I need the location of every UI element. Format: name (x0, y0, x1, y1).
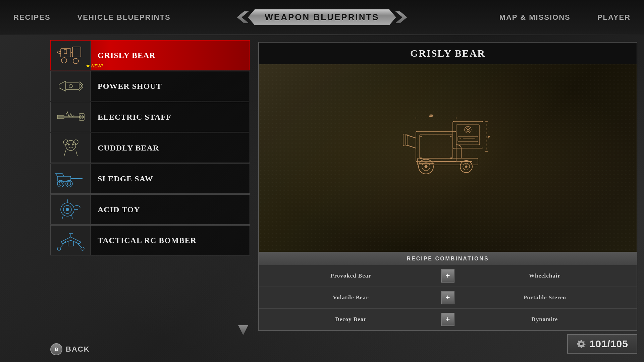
weapon-name-acid-toy: Acid Toy (91, 205, 140, 214)
back-button-circle: B (50, 343, 62, 355)
weapon-name-power-shout: Power Shout (91, 82, 162, 91)
weapon-thumb-tactical-rc-bomber (51, 225, 91, 255)
tab-player[interactable]: Player (584, 0, 644, 35)
weapon-thumb-electric-staff (51, 102, 91, 132)
main-content: Grisly Bear ★ NEW! Power Shou (0, 35, 644, 362)
svg-line-31 (62, 215, 63, 219)
svg-line-18 (64, 150, 66, 156)
svg-point-30 (66, 208, 69, 211)
score-text: 101/105 (590, 338, 628, 350)
sledge-saw-icon (54, 167, 88, 190)
weapon-thumb-acid-toy (51, 194, 91, 225)
weapon-item-tactical-rc-bomber[interactable]: Tactical RC Bomber (50, 225, 250, 255)
weapon-item-power-shout[interactable]: Power Shout (50, 71, 250, 101)
detail-image: 10' (259, 64, 637, 252)
back-button[interactable]: B Back (50, 343, 90, 355)
weapon-item-sledge-saw[interactable]: Sledge Saw (50, 164, 250, 194)
weapon-thumb-cuddly-bear (51, 133, 91, 163)
weapon-item-acid-toy[interactable]: Acid Toy (50, 194, 250, 225)
back-button-label: Back (66, 345, 90, 354)
weapon-thumb-grisly-bear (51, 40, 91, 70)
svg-point-70 (450, 136, 452, 137)
tactical-rc-bomber-icon (54, 229, 88, 252)
score-section: 101/105 (258, 331, 637, 355)
recipe-result-3: Dynamite (460, 316, 630, 323)
weapon-name-sledge-saw: Sledge Saw (91, 174, 153, 183)
tab-recipes[interactable]: Recipes (0, 0, 64, 35)
recipe-plus-2: + (441, 291, 454, 304)
svg-line-19 (76, 150, 77, 156)
nav-divider (0, 35, 644, 35)
weapon-thumb-power-shout (51, 71, 91, 101)
tab-map-missions[interactable]: Map & Missions (486, 0, 584, 35)
svg-point-13 (66, 140, 76, 150)
weapon-name-cuddly-bear: Cuddly Bear (91, 143, 159, 153)
svg-rect-54 (403, 134, 407, 146)
svg-line-35 (76, 241, 81, 247)
recipe-result-1: Wheelchair (460, 273, 630, 279)
power-shout-icon (54, 74, 88, 98)
svg-rect-41 (419, 135, 453, 158)
svg-point-16 (68, 144, 69, 145)
scroll-down-button[interactable] (238, 325, 248, 335)
svg-rect-33 (68, 242, 73, 246)
svg-point-57 (425, 165, 427, 168)
grisly-bear-icon (54, 44, 88, 67)
recipe-section: Recipe Combinations Provoked Bear + Whee… (259, 252, 637, 330)
left-nav-section: Recipes Vehicle Blueprints (0, 0, 184, 35)
svg-rect-42 (453, 121, 483, 148)
svg-line-32 (71, 215, 72, 219)
recipe-row-1: Provoked Bear + Wheelchair (259, 265, 637, 287)
detail-weapon-blueprint: 10' (389, 111, 506, 205)
electric-staff-icon (54, 105, 88, 129)
svg-point-24 (59, 182, 62, 185)
svg-rect-40 (416, 131, 456, 162)
svg-point-36 (57, 247, 61, 250)
svg-point-37 (81, 247, 84, 250)
svg-line-34 (61, 241, 66, 247)
nav-center-label: Weapon Blueprints (248, 9, 396, 25)
recipe-row-3: Decoy Bear + Dynamite (259, 309, 637, 330)
weapon-item-cuddly-bear[interactable]: Cuddly Bear (50, 133, 250, 163)
new-badge: ★ NEW! (86, 63, 103, 68)
recipe-result-2: Portable Stereo (460, 294, 630, 301)
weapon-thumb-sledge-saw (51, 164, 91, 194)
svg-point-2 (61, 58, 67, 63)
recipe-rows: Provoked Bear + Wheelchair Volatile Bear… (259, 265, 637, 330)
nav-arrow-left[interactable] (237, 11, 249, 23)
right-nav-section: Map & Missions Player (486, 0, 644, 35)
svg-point-15 (73, 140, 78, 144)
left-panel: Grisly Bear ★ NEW! Power Shou (0, 35, 255, 362)
detail-container: Grisly Bear (258, 42, 637, 331)
weapon-item-electric-staff[interactable]: Electric Staff (50, 102, 250, 132)
acid-toy-icon (54, 198, 88, 221)
nav-arrow-right[interactable] (395, 11, 407, 23)
recipe-ingredient-1: Provoked Bear (266, 273, 436, 279)
recipe-ingredient-2: Volatile Bear (266, 294, 436, 301)
recipe-ingredient-3: Decoy Bear (266, 316, 436, 323)
svg-point-3 (73, 58, 78, 64)
tab-vehicle-blueprints[interactable]: Vehicle Blueprints (64, 0, 184, 35)
cuddly-bear-icon (54, 136, 88, 160)
new-text: NEW! (91, 63, 103, 68)
weapon-item-grisly-bear[interactable]: Grisly Bear ★ NEW! (50, 40, 250, 70)
svg-rect-1 (72, 47, 81, 57)
recipe-row-2: Volatile Bear + Portable Stereo (259, 287, 637, 309)
svg-point-8 (69, 84, 72, 88)
svg-text:8': 8' (488, 136, 490, 139)
recipe-header: Recipe Combinations (259, 252, 637, 265)
score-gear-icon (576, 339, 586, 349)
recipe-plus-1: + (441, 269, 454, 283)
recipe-plus-3: + (441, 313, 454, 326)
svg-point-14 (63, 140, 68, 144)
nav-center: Weapon Blueprints (237, 9, 407, 25)
star-icon: ★ (86, 63, 90, 68)
score-box: 101/105 (567, 334, 637, 354)
weapon-name-electric-staff: Electric Staff (91, 113, 171, 122)
right-panel: Grisly Bear (255, 35, 644, 362)
svg-point-17 (72, 144, 73, 145)
svg-rect-6 (64, 50, 67, 54)
svg-point-69 (420, 136, 422, 137)
svg-point-73 (580, 343, 583, 345)
top-navigation: Recipes Vehicle Blueprints Weapon Bluepr… (0, 0, 644, 35)
